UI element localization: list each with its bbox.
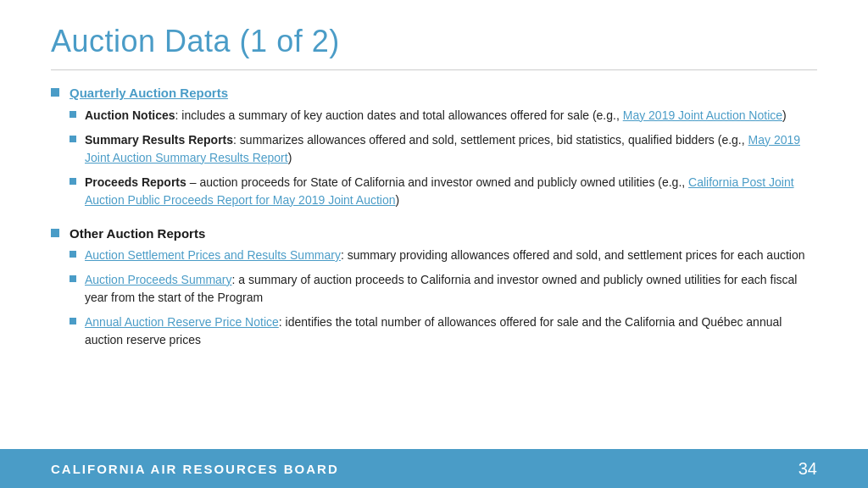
sub-bullet-icon bbox=[70, 318, 76, 324]
summary-results-content: Summary Results Reports: summarizes allo… bbox=[85, 131, 817, 167]
sub-item-proceeds-reports: Proceeds Reports – auction proceeds for … bbox=[70, 174, 817, 209]
sub-item-proceeds-summary: Auction Proceeds Summary: a summary of a… bbox=[70, 271, 817, 307]
sub-bullet-icon bbox=[70, 136, 76, 142]
bullet-icon bbox=[51, 229, 59, 237]
footer-title: CALIFORNIA AIR RESOURCES BOARD bbox=[51, 462, 339, 476]
other-sub-list: Auction Settlement Prices and Results Su… bbox=[70, 247, 817, 349]
proceeds-summary-content: Auction Proceeds Summary: a summary of a… bbox=[85, 271, 817, 307]
sub-bullet-icon bbox=[70, 251, 76, 258]
quarterly-label: Quarterly Auction Reports bbox=[70, 84, 817, 103]
footer: CALIFORNIA AIR RESOURCES BOARD 34 bbox=[0, 449, 868, 488]
sub-bullet-icon bbox=[70, 111, 76, 118]
auction-notices-bold: Auction Notices bbox=[85, 108, 175, 122]
proceeds-summary-link[interactable]: Auction Proceeds Summary bbox=[85, 273, 232, 286]
quarterly-link[interactable]: Quarterly Auction Reports bbox=[70, 86, 228, 100]
proceeds-reports-bold: Proceeds Reports bbox=[85, 175, 186, 189]
sub-bullet-icon bbox=[70, 275, 76, 282]
sub-item-reserve-price: Annual Auction Reserve Price Notice: ide… bbox=[70, 313, 817, 349]
quarterly-sub-list: Auction Notices: includes a summary of k… bbox=[70, 107, 817, 209]
sub-item-auction-notices: Auction Notices: includes a summary of k… bbox=[70, 107, 817, 125]
other-label: Other Auction Reports bbox=[70, 225, 817, 244]
sub-item-summary-results: Summary Results Reports: summarizes allo… bbox=[70, 131, 817, 167]
section-divider bbox=[51, 69, 817, 70]
reserve-price-content: Annual Auction Reserve Price Notice: ide… bbox=[85, 313, 817, 349]
proceeds-reports-link[interactable]: California Post Joint Auction Public Pro… bbox=[85, 175, 794, 207]
page-title: Auction Data (1 of 2) bbox=[51, 24, 817, 59]
auction-notices-link[interactable]: May 2019 Joint Auction Notice bbox=[623, 108, 782, 122]
list-item-other: Other Auction Reports Auction Settlement… bbox=[51, 225, 817, 357]
summary-results-bold: Summary Results Reports bbox=[85, 133, 233, 147]
auction-notices-content: Auction Notices: includes a summary of k… bbox=[85, 107, 817, 125]
top-level-list: Quarterly Auction Reports Auction Notice… bbox=[51, 84, 817, 356]
sub-bullet-icon bbox=[70, 178, 76, 185]
sub-item-settlement-prices: Auction Settlement Prices and Results Su… bbox=[70, 247, 817, 264]
other-section: Other Auction Reports Auction Settlement… bbox=[70, 225, 817, 357]
main-content: Auction Data (1 of 2) Quarterly Auction … bbox=[0, 0, 868, 449]
settlement-prices-link[interactable]: Auction Settlement Prices and Results Su… bbox=[85, 248, 341, 262]
footer-page-number: 34 bbox=[798, 459, 817, 479]
settlement-prices-content: Auction Settlement Prices and Results Su… bbox=[85, 247, 817, 264]
list-item-quarterly: Quarterly Auction Reports Auction Notice… bbox=[51, 84, 817, 216]
quarterly-section: Quarterly Auction Reports Auction Notice… bbox=[70, 84, 817, 216]
bullet-icon bbox=[51, 88, 59, 97]
reserve-price-link[interactable]: Annual Auction Reserve Price Notice bbox=[85, 315, 279, 329]
proceeds-reports-content: Proceeds Reports – auction proceeds for … bbox=[85, 174, 817, 209]
